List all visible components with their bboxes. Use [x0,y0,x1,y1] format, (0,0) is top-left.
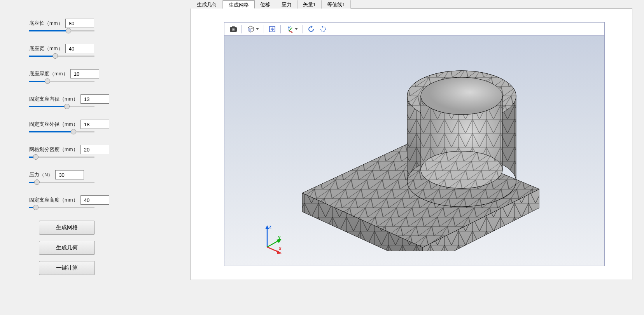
viewer-toolbar: zyx [224,23,604,36]
generate-geometry-button[interactable]: 生成几何 [39,241,95,255]
param-row: 底座长（mm） [29,19,175,28]
right-panel: 生成几何生成网格位移应力矢量1等值线1 [191,0,644,315]
param-label: 固定支座外径（mm） [29,121,80,128]
canvas-3d[interactable]: z y x [224,36,604,266]
param-input[interactable] [80,94,109,104]
param-slider[interactable] [29,157,94,158]
tab[interactable]: 生成几何 [191,0,223,9]
camera-icon[interactable] [228,24,239,35]
param-slider[interactable] [29,81,94,82]
param-label: 固定支座内径（mm） [29,96,80,103]
coord-system-icon[interactable]: zyx [283,24,300,35]
param-label: 底座长（mm） [29,20,65,27]
tab[interactable]: 应力 [276,0,298,9]
rotate-ccw-icon[interactable] [305,24,317,35]
param-input[interactable] [80,145,109,154]
param-label: 压力（N） [29,171,55,178]
param-input[interactable] [80,195,109,205]
param-slider[interactable] [29,182,94,183]
param-input[interactable] [65,19,94,28]
main-layout: 底座长（mm）底座宽（mm）底座厚度（mm）固定支座内径（mm）固定支座外径（m… [0,0,644,315]
svg-marker-22 [265,225,269,229]
param-label: 底座厚度（mm） [29,70,70,77]
param-row: 底座宽（mm） [29,44,175,53]
param-slider[interactable] [29,30,94,31]
param-label: 固定支座高度（mm） [29,197,80,204]
param-input[interactable] [80,120,109,129]
tabs-bar: 生成几何生成网格位移应力矢量1等值线1 [191,0,632,9]
svg-text:x: x [292,31,293,33]
tab[interactable]: 矢量1 [298,0,322,9]
one-click-compute-button[interactable]: 一键计算 [39,261,95,275]
axis-z-label: z [269,224,271,230]
svg-text:z: z [290,25,291,28]
axis-x-label: x [279,246,282,251]
svg-marker-14 [311,26,313,28]
param-row: 压力（N） [29,170,175,179]
param-input[interactable] [65,44,94,53]
param-row: 网格划分密度（mm） [29,145,175,154]
view-cube-icon[interactable] [244,24,261,35]
svg-point-18 [421,77,502,115]
param-slider[interactable] [29,56,94,57]
svg-point-3 [233,29,234,30]
viewer: zyx [224,22,605,266]
param-slider[interactable] [29,207,94,208]
param-slider[interactable] [29,131,94,132]
parameter-panel: 底座长（mm）底座宽（mm）底座厚度（mm）固定支座内径（mm）固定支座外径（m… [0,0,191,315]
dropdown-arrow-icon [295,28,298,30]
tab[interactable]: 位移 [255,0,276,9]
param-row: 固定支座外径（mm） [29,120,175,129]
param-label: 底座宽（mm） [29,45,65,52]
svg-point-20 [421,151,502,188]
svg-text:y: y [291,27,292,29]
svg-rect-1 [232,26,235,28]
param-label: 网格划分密度（mm） [29,146,80,153]
param-slider[interactable] [29,106,94,107]
generate-mesh-button[interactable]: 生成网格 [39,221,95,235]
rotate-cw-icon[interactable] [318,24,329,35]
dropdown-arrow-icon [256,28,259,30]
tab[interactable]: 生成网格 [223,0,255,9]
param-row: 固定支座高度（mm） [29,195,175,205]
param-row: 底座厚度（mm） [29,69,175,78]
param-input[interactable] [55,170,84,179]
mesh-model [290,49,539,251]
param-input[interactable] [70,69,99,78]
viewer-frame: zyx [191,9,632,280]
axis-y-label: y [278,234,281,240]
svg-marker-15 [322,26,323,28]
axis-triad: z y x [259,223,290,254]
tab[interactable]: 等值线1 [322,0,351,9]
param-row: 固定支座内径（mm） [29,94,175,104]
action-buttons: 生成网格 生成几何 一键计算 [39,221,175,275]
fit-view-icon[interactable] [266,24,278,35]
